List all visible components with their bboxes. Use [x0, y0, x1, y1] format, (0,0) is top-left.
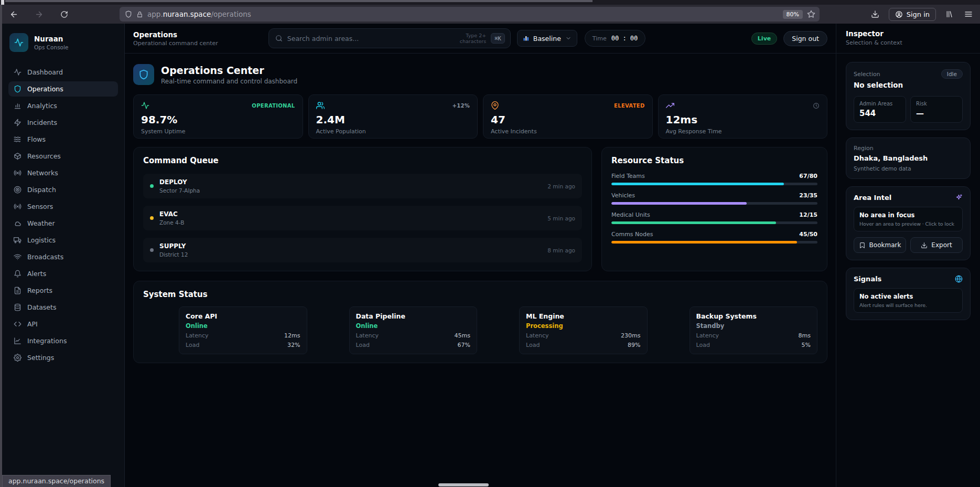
sidebar-item-networks[interactable]: Networks: [8, 165, 118, 181]
search-box[interactable]: Type 2+characters ⌘K: [268, 28, 511, 48]
download-icon: [871, 10, 879, 18]
resource-status-title: Resource Status: [611, 156, 817, 165]
search-input[interactable]: [287, 35, 455, 43]
browser-tab-corner: [1, 0, 4, 5]
time-value: 00 : 00: [611, 35, 638, 42]
reload-button[interactable]: [59, 9, 69, 19]
url-bar[interactable]: app.nuraan.space/operations 80%: [120, 7, 820, 22]
sidebar-item-label: Analytics: [27, 102, 57, 110]
queue-target: Sector 7-Alpha: [159, 187, 200, 194]
stat-label: Risk: [916, 101, 957, 107]
area-intel-empty: No area in focus Hover an area to previe…: [854, 207, 963, 231]
mini-chart-icon: [523, 35, 529, 41]
sidebar-item-datasets[interactable]: Datasets: [8, 300, 118, 315]
signout-button[interactable]: Sign out: [783, 31, 827, 46]
sidebar-item-resources[interactable]: Resources: [8, 149, 118, 164]
gear-icon: [14, 354, 21, 362]
resource-progress-track: [611, 202, 817, 205]
system-card-backup-systems: Backup SystemsStandbyLatency8msLoad5%: [690, 306, 818, 354]
bookmark-star-icon[interactable]: [807, 10, 815, 18]
system-card-data-pipeline: Data PipelineOnlineLatency45msLoad67%: [349, 306, 478, 354]
region-note: Synthetic demo data: [854, 165, 963, 172]
resource-progress-fill: [611, 183, 784, 185]
queue-item-supply[interactable]: SUPPLYDistrict 128 min ago: [143, 238, 582, 262]
inspector-title: Inspector: [846, 29, 971, 38]
sidebar-item-flows[interactable]: Flows: [8, 132, 118, 147]
sidebar-item-broadcasts[interactable]: Broadcasts: [8, 249, 118, 264]
resource-progress-fill: [611, 202, 747, 205]
resource-value: 45/50: [799, 231, 817, 238]
window-edge: [0, 5, 2, 487]
sparkles-icon: [955, 194, 963, 202]
sidebar-item-analytics[interactable]: Analytics: [8, 98, 118, 113]
sidebar-item-operations[interactable]: Operations: [8, 81, 118, 97]
inspector-subtitle: Selection & context: [846, 39, 971, 46]
hamburger-icon: [964, 10, 973, 18]
library-icon: [945, 10, 954, 18]
sidebar-item-dispatch[interactable]: Dispatch: [8, 182, 118, 197]
sidebar-item-reports[interactable]: Reports: [8, 283, 118, 298]
kpi-card-active-population: +12%2.4MActive Population: [308, 94, 478, 139]
reload-icon: [60, 10, 68, 18]
lock-icon[interactable]: [136, 11, 143, 18]
bookmark-button[interactable]: Bookmark: [854, 237, 906, 253]
export-button[interactable]: Export: [910, 237, 963, 253]
target-icon: [14, 186, 21, 194]
brand-subtitle: Ops Console: [34, 44, 68, 50]
library-button[interactable]: [944, 9, 955, 19]
system-status: Standby: [696, 322, 811, 330]
queue-command: EVAC: [159, 210, 184, 218]
kpi-label: System Uptime: [141, 128, 295, 135]
resource-status-list: Field Teams67/80Vehicles23/35Medical Uni…: [611, 173, 817, 244]
region-label: Region: [854, 145, 963, 152]
globe-icon: [955, 275, 963, 283]
signals-empty: No active alerts Alert rules will surfac…: [854, 288, 963, 313]
resource-row-medical-units: Medical Units12/15: [611, 211, 817, 224]
system-status-title: System Status: [143, 290, 817, 299]
sidebar-item-alerts[interactable]: Alerts: [8, 266, 118, 281]
queue-item-evac[interactable]: EVACZone 4-B5 min ago: [143, 206, 582, 230]
status-dot: [150, 248, 154, 252]
resource-status-panel: Resource Status Field Teams67/80Vehicles…: [601, 147, 827, 271]
load-value: 5%: [802, 342, 811, 348]
search-kbd-badge: ⌘K: [491, 33, 505, 44]
sidebar-item-incidents[interactable]: Incidents: [8, 115, 118, 130]
forward-button[interactable]: [34, 9, 44, 19]
sidebar-nav: DashboardOperationsAnalyticsIncidentsFlo…: [8, 65, 118, 365]
inspector-panel: Inspector Selection & context Selection …: [836, 24, 980, 487]
sidebar-item-label: Reports: [27, 287, 52, 294]
brand-name: Nuraan: [34, 35, 68, 43]
horizontal-scrollbar-thumb[interactable]: [438, 483, 489, 486]
waves-icon: [14, 135, 21, 143]
resource-progress-track: [611, 221, 817, 224]
back-button[interactable]: [8, 9, 19, 19]
signin-button[interactable]: Sign in: [889, 8, 936, 21]
sidebar-item-sensors[interactable]: Sensors: [8, 199, 118, 214]
resource-progress-fill: [611, 221, 776, 224]
account-icon: [895, 10, 903, 18]
queue-command: DEPLOY: [159, 178, 200, 186]
sidebar-item-logistics[interactable]: Logistics: [8, 232, 118, 248]
stat-value: —: [916, 109, 957, 118]
downloads-button[interactable]: [870, 9, 880, 19]
baseline-select[interactable]: Baseline: [517, 30, 577, 47]
sidebar-item-settings[interactable]: Settings: [8, 350, 118, 365]
menu-button[interactable]: [963, 9, 974, 19]
zoom-level-badge[interactable]: 80%: [783, 10, 803, 19]
kpi-value: 12ms: [666, 113, 820, 126]
queue-command: SUPPLY: [159, 242, 188, 250]
system-card-core-api: Core APIOnlineLatency12msLoad32%: [179, 306, 307, 354]
sidebar-item-integrations[interactable]: Integrations: [8, 333, 118, 348]
system-status: Online: [186, 322, 300, 330]
queue-item-deploy[interactable]: DEPLOYSector 7-Alpha2 min ago: [143, 174, 582, 198]
sidebar-item-label: Networks: [27, 169, 58, 177]
sidebar-item-dashboard[interactable]: Dashboard: [8, 65, 118, 80]
command-queue-panel: Command Queue DEPLOYSector 7-Alpha2 min …: [133, 147, 592, 271]
system-name: Data Pipeline: [356, 312, 471, 320]
tracking-shield-icon[interactable]: [125, 10, 132, 18]
latency-label: Latency: [356, 332, 379, 339]
kpi-badge: +12%: [452, 103, 470, 109]
sidebar-item-api[interactable]: API: [8, 316, 118, 332]
sidebar-item-weather[interactable]: Weather: [8, 216, 118, 231]
load-label: Load: [186, 342, 199, 348]
